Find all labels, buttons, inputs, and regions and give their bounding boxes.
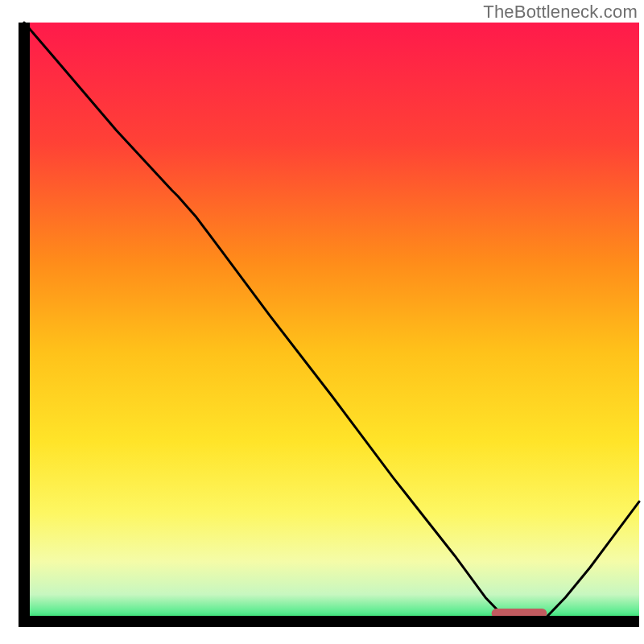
bottleneck-chart xyxy=(0,0,644,644)
gradient-background xyxy=(24,23,639,621)
chart-container: { "watermark": "TheBottleneck.com", "cha… xyxy=(0,0,644,644)
watermark-text: TheBottleneck.com xyxy=(483,2,638,23)
plot-area xyxy=(24,23,639,621)
